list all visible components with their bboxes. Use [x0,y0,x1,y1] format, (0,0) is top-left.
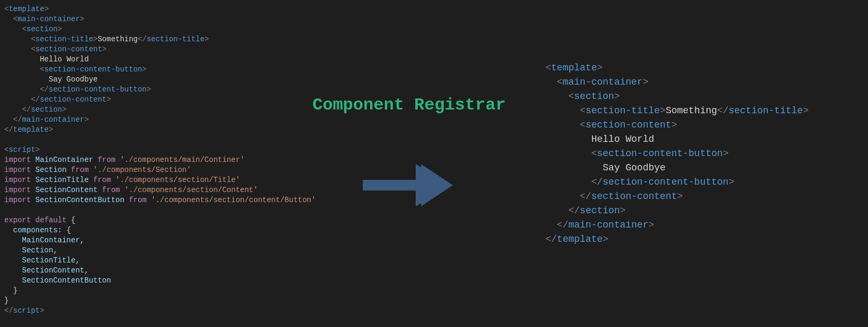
component-0: MainContainer [22,236,80,244]
component-3: SectionContent [22,266,85,275]
r-tag-section-content-button: section-content-button [597,148,723,159]
import-path-1: './components/Section' [93,166,191,174]
arrow-icon [363,159,453,212]
import-name-4: SectionContentButton [35,196,124,204]
svg-marker-2 [416,164,450,206]
component-2: SectionTitle [22,256,76,265]
import-name-1: Section [35,166,67,174]
code-comparison-container: <template> <main-container> <section> <s… [0,0,868,327]
r-text-something: Something [666,105,717,116]
r-text-hello-world: Hello World [591,134,654,144]
r-tag-section: section [574,91,614,102]
right-code-block: <template> <main-container> <section> <s… [545,61,809,247]
tag-script-open: script [8,146,35,154]
r-tag-main-container: main-container [562,77,642,87]
components-key: components [13,226,58,234]
import-path-2: './components/section/Title' [115,176,240,184]
text-say-goodbye: Say Goodbye [49,75,97,84]
tag-section: section [26,25,58,33]
tag-section-content-button: section-content-button [44,65,142,74]
tag-main-container: main-container [17,15,80,23]
import-name-0: MainContainer [35,156,93,164]
r-text-say-goodbye: Say Goodbye [603,162,666,173]
import-path-3: './components/section/Content' [124,186,258,194]
r-tag-section-content: section-content [586,120,672,130]
import-path-0: './components/main/Continer' [120,156,244,164]
r-tag-section-title: section-title [586,105,660,116]
left-code-panel: <template> <main-container> <section> <s… [0,0,316,327]
right-code-panel: <template> <main-container> <section> <s… [545,61,809,247]
left-code-block: <template> <main-container> <section> <s… [4,4,311,316]
text-hello-world: Hello World [40,55,88,63]
tag-section-title: section-title [35,35,93,43]
import-path-4: './components/section/content/Button' [151,196,316,204]
page-title: Component Registrar [312,95,506,115]
tag-template-open: template [8,5,44,13]
component-4: SectionContentButton [22,276,111,285]
r-tag-template: template [551,62,597,73]
component-1: Section [22,246,53,255]
import-name-2: SectionTitle [35,176,89,184]
tag-section-content: section-content [35,45,102,53]
import-name-3: SectionContent [35,186,98,194]
text-something: Something [97,35,138,43]
